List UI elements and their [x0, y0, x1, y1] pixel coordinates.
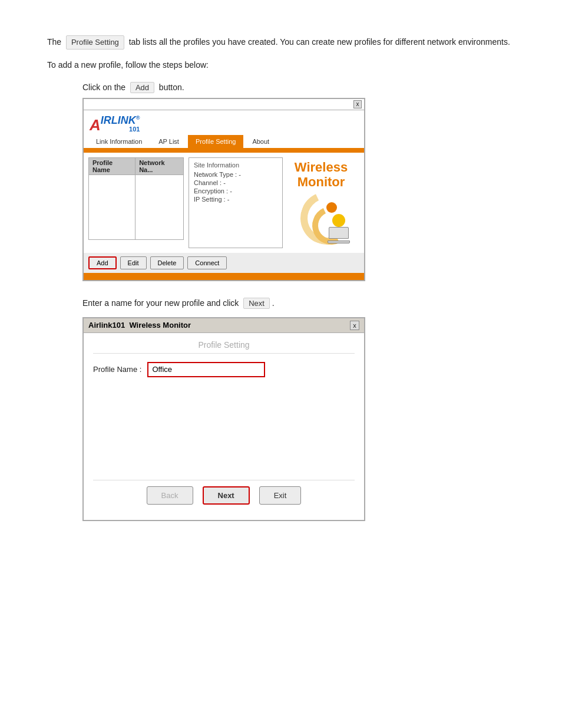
profile-table: Profile Name Network Na... [88, 157, 184, 240]
site-info-channel: Channel : - [194, 179, 277, 186]
delete-button[interactable]: Delete [150, 256, 184, 269]
window1-close-button[interactable]: x [353, 100, 362, 108]
intro-paragraph: The Profile Setting tab lists all the pr… [47, 35, 515, 50]
exit-button[interactable]: Exit [259, 486, 302, 505]
enter-name-text: Enter a name for your new profile and cl… [82, 298, 239, 308]
dot-orange [326, 202, 337, 213]
back-button[interactable]: Back [147, 486, 193, 505]
wireless-monitor-badge: WirelessMonitor [283, 157, 359, 248]
click-text-part2: button. [159, 83, 184, 92]
window1-body: Profile Name Network Na... Site Informat… [84, 153, 364, 253]
connect-button[interactable]: Connect [187, 256, 227, 269]
site-info-network-type: Network Type : - [194, 171, 277, 178]
profile-setting-header: Profile Setting [93, 340, 355, 354]
laptop-icon [328, 227, 350, 243]
window1-header: A IRLINK® 101 [84, 110, 364, 135]
window1-bottom-bar [84, 273, 364, 280]
edit-button[interactable]: Edit [120, 256, 147, 269]
window2-title-plain: Airlink101 [88, 321, 125, 330]
laptop-base [328, 241, 350, 243]
window2-title: Airlink101 Wireless Monitor [88, 321, 191, 330]
tab-about[interactable]: About [244, 135, 277, 148]
site-info-title: Site Information [194, 162, 277, 169]
site-info-panel: Site Information Network Type : - Channe… [189, 157, 283, 248]
profile-name-input[interactable] [147, 362, 265, 377]
logo-a-letter: A [90, 117, 101, 133]
profile-table-cell2 [135, 174, 184, 239]
tab-profile-setting[interactable]: Profile Setting [188, 135, 243, 148]
window2-title-bold: Wireless Monitor [129, 321, 191, 330]
airlink-logo: A IRLINK® 101 [90, 115, 140, 133]
window2-close-button[interactable]: x [350, 321, 359, 330]
col-network-name: Network Na... [135, 157, 184, 174]
site-info-ip-setting: IP Setting : - [194, 196, 277, 203]
step-text: To add a new profile, follow the steps b… [47, 59, 515, 71]
logo-101-text: 101 [101, 126, 140, 133]
wireless-monitor-text: WirelessMonitor [295, 160, 348, 189]
click-text-part1: Click on the [82, 83, 125, 92]
profile-name-row: Profile Name : [93, 362, 355, 377]
next-highlight: Next [243, 298, 270, 309]
intro-text-part1: The [47, 37, 61, 47]
next-button[interactable]: Next [203, 486, 250, 505]
profile-table-area: Profile Name Network Na... [88, 157, 184, 248]
click-instruction: Click on the Add button. [82, 82, 515, 93]
logo-irlink-text: IRLINK® [101, 114, 140, 126]
tab-name-highlight: Profile Setting [66, 35, 124, 50]
window1-button-row: Add Edit Delete Connect [84, 253, 364, 273]
wireless-monitor-window1: x A IRLINK® 101 Link Information AP List… [82, 98, 365, 281]
window2-spacer [93, 386, 355, 480]
dot-yellow [332, 214, 345, 227]
tab-ap-list[interactable]: AP List [151, 135, 187, 148]
wireless-monitor-graphic [289, 192, 353, 245]
tab-link-information[interactable]: Link Information [88, 135, 150, 148]
enter-name-instruction: Enter a name for your new profile and cl… [82, 298, 515, 309]
add-button-highlight: Add [130, 82, 154, 93]
window2-body: Profile Setting Profile Name : Back Next… [84, 333, 364, 520]
profile-table-cell1 [89, 174, 135, 239]
window2-button-row: Back Next Exit [93, 480, 355, 513]
laptop-screen [329, 227, 349, 239]
col-profile-name: Profile Name [89, 157, 135, 174]
window1-navbar: Link Information AP List Profile Setting… [84, 135, 364, 149]
profile-name-label: Profile Name : [93, 365, 141, 374]
add-button[interactable]: Add [88, 256, 117, 269]
wireless-monitor-window2: Airlink101 Wireless Monitor x Profile Se… [82, 317, 365, 521]
window1-titlebar: x [84, 99, 364, 110]
window2-titlebar: Airlink101 Wireless Monitor x [84, 318, 364, 333]
intro-text-part2: tab lists all the profiles you have crea… [129, 37, 510, 47]
site-info-encryption: Encryption : - [194, 187, 277, 195]
